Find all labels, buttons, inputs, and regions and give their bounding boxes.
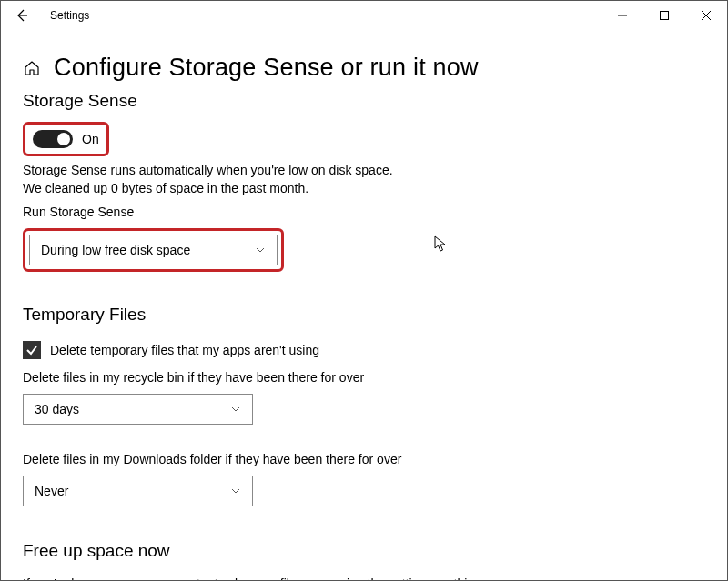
run-storage-sense-dropdown[interactable]: During low free disk space — [29, 235, 278, 265]
titlebar: Settings — [1, 1, 727, 30]
delete-temp-checkbox[interactable] — [23, 341, 41, 359]
dropdown-value: 30 days — [35, 402, 79, 416]
delete-temp-checkbox-row: Delete temporary files that my apps aren… — [23, 341, 727, 359]
window-controls — [602, 1, 727, 30]
heading-row: Configure Storage Sense or run it now — [23, 54, 727, 82]
run-storage-sense-label: Run Storage Sense — [23, 205, 727, 219]
chevron-down-icon — [230, 486, 241, 496]
free-up-space-section: Free up space now If you're low on space… — [23, 541, 727, 581]
free-up-heading: Free up space now — [23, 541, 727, 561]
highlight-run-dropdown: During low free disk space — [23, 228, 284, 272]
toggle-knob — [57, 133, 70, 145]
recycle-bin-label: Delete files in my recycle bin if they h… — [23, 370, 727, 385]
storage-sense-description: Storage Sense runs automatically when yo… — [23, 162, 405, 197]
delete-temp-label: Delete temporary files that my apps aren… — [50, 343, 319, 357]
back-button[interactable] — [12, 5, 32, 25]
close-button[interactable] — [685, 1, 727, 30]
temporary-files-section: Temporary Files Delete temporary files t… — [23, 305, 727, 506]
window-title: Settings — [50, 9, 602, 22]
dropdown-value: Never — [35, 484, 68, 498]
downloads-dropdown[interactable]: Never — [23, 476, 253, 506]
toggle-state-label: On — [82, 132, 99, 146]
recycle-bin-dropdown[interactable]: 30 days — [23, 394, 253, 425]
storage-sense-heading: Storage Sense — [23, 91, 727, 111]
downloads-label: Delete files in my Downloads folder if t… — [23, 452, 727, 466]
dropdown-value: During low free disk space — [41, 243, 190, 257]
storage-sense-toggle-row: On — [33, 130, 99, 148]
chevron-down-icon — [255, 245, 266, 255]
home-icon[interactable] — [23, 59, 41, 77]
minimize-button[interactable] — [602, 1, 643, 30]
page-title: Configure Storage Sense or run it now — [54, 54, 479, 82]
storage-sense-toggle[interactable] — [33, 130, 73, 148]
downloads-block: Delete files in my Downloads folder if t… — [23, 452, 727, 506]
chevron-down-icon — [230, 404, 241, 415]
svg-rect-1 — [661, 12, 669, 20]
temporary-files-heading: Temporary Files — [23, 305, 727, 325]
content-area: Configure Storage Sense or run it now St… — [1, 30, 727, 581]
maximize-button[interactable] — [643, 1, 685, 30]
free-up-description: If you're low on space, we can try to cl… — [23, 576, 532, 581]
highlight-toggle: On — [23, 122, 109, 156]
